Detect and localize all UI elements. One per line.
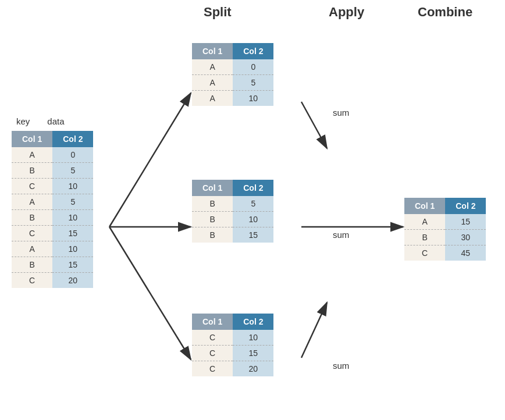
table-cell: 0 bbox=[233, 59, 273, 75]
table-cell: C bbox=[12, 226, 52, 241]
table-row: B5 bbox=[192, 196, 273, 212]
table-cell: C bbox=[192, 361, 233, 377]
main-col2-header: Col 2 bbox=[52, 131, 93, 147]
split-c-col1-header: Col 1 bbox=[192, 314, 233, 330]
table-cell: C bbox=[12, 273, 52, 289]
split-b-col1-header: Col 1 bbox=[192, 180, 233, 196]
svg-line-6 bbox=[301, 302, 327, 358]
table-cell: C bbox=[12, 179, 52, 194]
table-cell: A bbox=[192, 91, 233, 106]
split-table-b: Col 1 Col 2 B5B10B15 bbox=[192, 180, 273, 243]
combine-col2-header: Col 2 bbox=[445, 198, 486, 214]
table-row: B10 bbox=[12, 210, 93, 226]
table-cell: 5 bbox=[52, 163, 93, 179]
table-cell: 0 bbox=[52, 147, 93, 163]
table-row: C10 bbox=[12, 179, 93, 194]
table-row: A10 bbox=[192, 91, 273, 106]
main-table: Col 1 Col 2 A0B5C10A5B10C15A10B15C20 bbox=[12, 131, 93, 288]
split-b-col2-header: Col 2 bbox=[233, 180, 273, 196]
combine-table: Col 1 Col 2 A15B30C45 bbox=[404, 198, 486, 261]
table-row: A5 bbox=[12, 194, 93, 210]
table-cell: 10 bbox=[52, 241, 93, 257]
table-cell: 15 bbox=[233, 227, 273, 243]
table-cell: 15 bbox=[233, 346, 273, 361]
table-cell: 20 bbox=[52, 273, 93, 289]
split-table-a: Col 1 Col 2 A0A5A10 bbox=[192, 43, 273, 106]
table-cell: C bbox=[192, 346, 233, 361]
table-cell: B bbox=[192, 227, 233, 243]
table-row: C10 bbox=[192, 330, 273, 346]
split-a-col2-header: Col 2 bbox=[233, 43, 273, 59]
table-row: B5 bbox=[12, 163, 93, 179]
sum-label-c: sum bbox=[333, 361, 349, 371]
table-row: C15 bbox=[12, 226, 93, 241]
table-cell: 15 bbox=[445, 214, 486, 230]
main-col1-header: Col 1 bbox=[12, 131, 52, 147]
table-cell: A bbox=[12, 194, 52, 210]
table-cell: A bbox=[192, 59, 233, 75]
table-cell: C bbox=[404, 245, 445, 261]
table-cell: 30 bbox=[445, 230, 486, 245]
table-cell: 10 bbox=[52, 210, 93, 226]
table-cell: 5 bbox=[233, 196, 273, 212]
data-label: data bbox=[47, 116, 64, 126]
combine-col1-header: Col 1 bbox=[404, 198, 445, 214]
table-cell: A bbox=[12, 241, 52, 257]
sum-label-b: sum bbox=[333, 230, 349, 240]
table-cell: B bbox=[12, 257, 52, 273]
key-data-label: key data bbox=[16, 116, 65, 126]
table-cell: 5 bbox=[233, 75, 273, 91]
table-cell: B bbox=[12, 210, 52, 226]
table-row: C45 bbox=[404, 245, 486, 261]
sum-label-a: sum bbox=[333, 108, 349, 118]
table-row: C20 bbox=[192, 361, 273, 377]
table-cell: 15 bbox=[52, 257, 93, 273]
table-cell: 15 bbox=[52, 226, 93, 241]
split-title: Split bbox=[204, 5, 232, 20]
table-cell: B bbox=[192, 212, 233, 227]
split-a-col1-header: Col 1 bbox=[192, 43, 233, 59]
table-row: B10 bbox=[192, 212, 273, 227]
svg-line-1 bbox=[109, 93, 191, 227]
split-c-col2-header: Col 2 bbox=[233, 314, 273, 330]
table-cell: 20 bbox=[233, 361, 273, 377]
table-cell: B bbox=[192, 196, 233, 212]
table-cell: B bbox=[12, 163, 52, 179]
table-cell: B bbox=[404, 230, 445, 245]
svg-line-3 bbox=[109, 227, 191, 360]
table-cell: 10 bbox=[233, 212, 273, 227]
table-cell: A bbox=[192, 75, 233, 91]
table-cell: A bbox=[404, 214, 445, 230]
table-row: A0 bbox=[12, 147, 93, 163]
table-cell: 45 bbox=[445, 245, 486, 261]
table-row: C20 bbox=[12, 273, 93, 289]
table-cell: A bbox=[12, 147, 52, 163]
table-row: A5 bbox=[192, 75, 273, 91]
table-row: C15 bbox=[192, 346, 273, 361]
table-row: A15 bbox=[404, 214, 486, 230]
table-row: B15 bbox=[192, 227, 273, 243]
apply-title: Apply bbox=[329, 5, 364, 20]
table-row: A0 bbox=[192, 59, 273, 75]
svg-line-4 bbox=[301, 102, 327, 148]
table-row: B15 bbox=[12, 257, 93, 273]
combine-title: Combine bbox=[418, 5, 472, 20]
table-cell: 10 bbox=[233, 91, 273, 106]
table-cell: 10 bbox=[52, 179, 93, 194]
table-row: B30 bbox=[404, 230, 486, 245]
split-table-c: Col 1 Col 2 C10C15C20 bbox=[192, 314, 273, 376]
table-cell: 5 bbox=[52, 194, 93, 210]
table-cell: 10 bbox=[233, 330, 273, 346]
key-label: key bbox=[16, 116, 30, 126]
table-cell: C bbox=[192, 330, 233, 346]
table-row: A10 bbox=[12, 241, 93, 257]
